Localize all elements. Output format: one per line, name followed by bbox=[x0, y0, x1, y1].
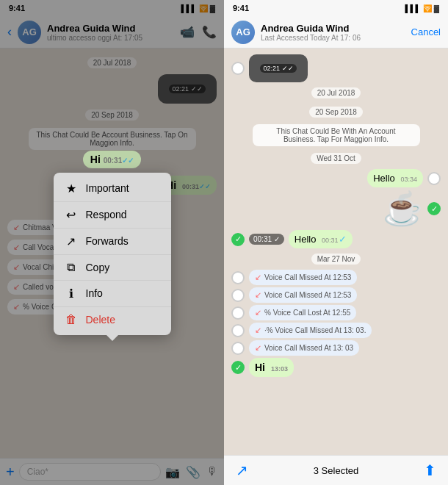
right-avatar: AG bbox=[231, 21, 255, 44]
right-date-mar: Mar 27 Nov bbox=[311, 254, 361, 265]
right-hi-select[interactable]: ✓ bbox=[231, 361, 245, 374]
right-call-text-1: Voice Call Missed At 12:53 bbox=[264, 273, 351, 281]
right-call-1-select[interactable] bbox=[231, 271, 245, 284]
right-call-text-5: Voice Call Missed At 13: 03 bbox=[264, 344, 353, 352]
right-call-icon-5: ↙ bbox=[255, 343, 261, 353]
right-call-icon-1: ↙ bbox=[255, 273, 261, 282]
right-media-time: 02:21 ✓✓ bbox=[260, 64, 296, 73]
right-signal-icon: ▌▌▌ bbox=[405, 4, 420, 12]
respond-icon: ↩ bbox=[64, 208, 79, 222]
right-call-row-1: ↙ Voice Call Missed At 12:53 bbox=[231, 270, 441, 285]
right-hello31-bubble: Hello 00:31✓ bbox=[289, 230, 353, 248]
forward-icon: ↗ bbox=[64, 234, 79, 248]
right-call-icon-2: ↙ bbox=[255, 290, 261, 300]
right-call-2-select[interactable] bbox=[231, 289, 245, 302]
export-icon[interactable]: ⬆ bbox=[424, 461, 436, 479]
right-hello-bubble: Hello 03:34 bbox=[367, 169, 423, 187]
right-hi-time: 13:03 bbox=[271, 365, 288, 373]
context-target-bubble: Hi 00:31✓✓ bbox=[83, 151, 141, 168]
right-media-row: 02:21 ✓✓ bbox=[231, 54, 441, 82]
info-icon: ℹ bbox=[64, 287, 79, 301]
right-call-text-4: ·% Voice Call Missed At 13: 03. bbox=[264, 326, 366, 334]
right-call-row-5: ↙ Voice Call Missed At 13: 03 bbox=[231, 340, 441, 356]
right-call-icon-3: ↙ bbox=[255, 308, 261, 317]
right-wifi-icon: 🛜 bbox=[423, 4, 432, 12]
right-call-4-select[interactable] bbox=[231, 324, 245, 337]
share-icon[interactable]: ↗ bbox=[236, 461, 248, 479]
right-system-msg: This Chat Could Be With An Account Busin… bbox=[253, 124, 420, 146]
right-hello-select[interactable] bbox=[427, 172, 441, 185]
context-delete-label: Delete bbox=[86, 314, 115, 326]
right-media-select[interactable] bbox=[231, 62, 245, 75]
right-date-sep: 20 Sep 2018 bbox=[309, 107, 363, 118]
right-call-5-select[interactable] bbox=[231, 342, 245, 355]
right-call-5: ↙ Voice Call Missed At 13: 03 bbox=[249, 340, 359, 356]
tick: ✓ bbox=[339, 234, 347, 245]
right-status-bar: 9:41 ▌▌▌ 🛜 ▓ bbox=[224, 0, 448, 16]
context-info-label: Info bbox=[86, 287, 103, 299]
right-panel: 9:41 ▌▌▌ 🛜 ▓ AG Andrea Guida Wind Last A… bbox=[224, 0, 448, 485]
context-copy[interactable]: ⧉ Copy bbox=[54, 255, 171, 281]
context-menu-overlay: Hi 00:31✓✓ ★ Important ↩ Respond ↗ Forwa… bbox=[0, 0, 224, 485]
right-header-info: Andrea Guida Wind Last Accessed Today At… bbox=[261, 23, 405, 42]
right-call-text-2: Voice Call Missed At 12:53 bbox=[264, 291, 351, 299]
star-icon: ★ bbox=[64, 182, 79, 195]
context-copy-label: Copy bbox=[86, 262, 110, 273]
right-media-bubble: 02:21 ✓✓ bbox=[249, 54, 308, 82]
right-date-jul: 20 Jul 2018 bbox=[311, 87, 361, 98]
right-time-badge: 00:31 ✓ bbox=[249, 234, 284, 245]
bottom-action-bar: ↗ 3 Selected ⬆ bbox=[224, 455, 448, 485]
right-hi-final-bubble: Hi 13:03 bbox=[249, 358, 294, 377]
selected-count: 3 Selected bbox=[314, 465, 358, 476]
right-call-1: ↙ Voice Call Missed At 12:53 bbox=[249, 270, 357, 285]
context-important[interactable]: ★ Important bbox=[54, 176, 171, 202]
context-important-label: Important bbox=[86, 182, 129, 194]
right-call-row-4: ↙ ·% Voice Call Missed At 13: 03. bbox=[231, 323, 441, 338]
right-last-seen: Last Accessed Today At 17: 06 bbox=[261, 34, 405, 42]
right-status-icons: ▌▌▌ 🛜 ▓ bbox=[405, 4, 439, 12]
right-hello-row: Hello 03:34 bbox=[231, 169, 441, 187]
left-panel: 9:41 ▌▌▌ 🛜 ▓ ‹ AG Andrea Guida Wind ulti… bbox=[0, 0, 224, 485]
right-hi-row: ✓ Hi 13:03 bbox=[231, 358, 441, 377]
right-hi-hello-row: ✓ 00:31 ✓ Hello 00:31✓ bbox=[231, 230, 441, 248]
context-delete[interactable]: 🗑 Delete bbox=[54, 307, 171, 332]
right-call-icon-4: ↙ bbox=[255, 326, 261, 335]
context-forwards-label: Forwards bbox=[86, 235, 129, 247]
right-chat-header: AG Andrea Guida Wind Last Accessed Today… bbox=[224, 16, 448, 48]
copy-icon: ⧉ bbox=[64, 261, 79, 274]
right-call-4: ↙ ·% Voice Call Missed At 13: 03. bbox=[249, 323, 372, 338]
context-menu: ★ Important ↩ Respond ↗ Forwards ⧉ Copy … bbox=[54, 173, 171, 335]
right-time: 9:41 bbox=[233, 4, 249, 12]
right-call-text-3: % Voice Call Lost At 12:55 bbox=[264, 309, 350, 317]
context-respond-label: Respond bbox=[86, 209, 127, 220]
cancel-button[interactable]: Cancel bbox=[411, 26, 441, 37]
right-coffee-row: ☕ ✓ bbox=[231, 190, 441, 228]
right-call-3: ↙ % Voice Call Lost At 12:55 bbox=[249, 305, 356, 320]
right-coffee-select[interactable]: ✓ bbox=[427, 202, 441, 215]
right-call-row-3: ↙ % Voice Call Lost At 12:55 bbox=[231, 305, 441, 320]
right-call-3-select[interactable] bbox=[231, 306, 245, 320]
right-call-2: ↙ Voice Call Missed At 12:53 bbox=[249, 287, 357, 303]
coffee-emoji: ☕ bbox=[383, 190, 423, 228]
context-respond[interactable]: ↩ Respond bbox=[54, 202, 171, 229]
right-call-row-2: ↙ Voice Call Missed At 12:53 bbox=[231, 287, 441, 303]
right-hi-hello-select[interactable]: ✓ bbox=[231, 233, 245, 246]
right-contact-name: Andrea Guida Wind bbox=[261, 23, 405, 34]
context-info[interactable]: ℹ Info bbox=[54, 281, 171, 307]
context-forwards[interactable]: ↗ Forwards bbox=[54, 229, 171, 255]
right-chat-messages: 02:21 ✓✓ 20 Jul 2018 20 Sep 2018 This Ch… bbox=[224, 48, 448, 455]
trash-icon: 🗑 bbox=[64, 313, 79, 326]
right-date-wed: Wed 31 Oct bbox=[311, 153, 361, 164]
right-battery-icon: ▓ bbox=[434, 4, 439, 12]
